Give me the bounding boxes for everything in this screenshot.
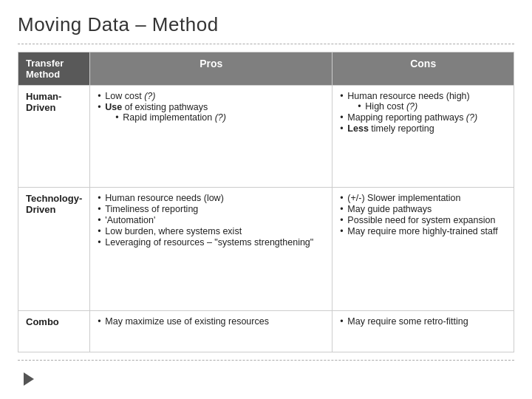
- main-table: Transfer Method Pros Cons Human-Driven L…: [18, 52, 514, 352]
- list-item: Mapping reporting pathways (?): [340, 112, 506, 123]
- list-item: May maximize use of existing resources: [98, 316, 324, 327]
- list-item: Human resource needs (low): [98, 193, 324, 203]
- row-label-technology-driven: Technology-Driven: [18, 187, 90, 310]
- list-item: Low burden, where systems exist: [98, 226, 324, 236]
- bottom-section: [18, 368, 514, 386]
- combo-cons: May require some retro-fitting: [332, 311, 514, 352]
- list-item: Rapid implementation (?): [115, 112, 324, 123]
- list-item: May guide pathways: [340, 204, 506, 214]
- list-item: Timeliness of reporting: [98, 204, 324, 214]
- header-cons: Cons: [332, 52, 514, 86]
- top-divider: [18, 44, 514, 44]
- technology-driven-cons: (+/-) Slower implementation May guide pa…: [332, 187, 514, 310]
- list-item: Less timely reporting: [340, 123, 506, 134]
- list-item: May require some retro-fitting: [340, 316, 506, 327]
- technology-driven-pros: Human resource needs (low) Timeliness of…: [90, 187, 332, 310]
- list-item: Low cost (?): [98, 91, 324, 101]
- header-transfer-method: Transfer Method: [18, 52, 90, 86]
- page-title: Moving Data – Method: [18, 13, 514, 36]
- table-row: Technology-Driven Human resource needs (…: [18, 187, 514, 310]
- list-item: Use of existing pathways Rapid implement…: [98, 102, 324, 123]
- list-item: Possible need for system expansion: [340, 215, 506, 225]
- row-label-combo: Combo: [18, 311, 90, 352]
- page: Moving Data – Method Transfer Method Pro…: [0, 0, 532, 399]
- table-row: Human-Driven Low cost (?) Use of existin…: [18, 86, 514, 188]
- list-item: Leveraging of resources – "systems stren…: [98, 237, 324, 248]
- table-row: Combo May maximize use of existing resou…: [18, 311, 514, 352]
- header-pros: Pros: [90, 52, 332, 86]
- human-driven-cons: Human resource needs (high) High cost (?…: [332, 86, 514, 188]
- list-item: 'Automation': [98, 215, 324, 225]
- play-arrow-icon: [24, 372, 34, 386]
- list-item: High cost (?): [358, 101, 506, 112]
- human-driven-pros: Low cost (?) Use of existing pathways Ra…: [90, 86, 332, 188]
- list-item: May require more highly-trained staff: [340, 226, 506, 236]
- table-header-row: Transfer Method Pros Cons: [18, 52, 514, 86]
- row-label-human-driven: Human-Driven: [18, 86, 90, 188]
- list-item: Human resource needs (high) High cost (?…: [340, 91, 506, 112]
- list-item: (+/-) Slower implementation: [340, 193, 506, 203]
- bottom-divider: [18, 360, 514, 361]
- combo-pros: May maximize use of existing resources: [90, 311, 332, 352]
